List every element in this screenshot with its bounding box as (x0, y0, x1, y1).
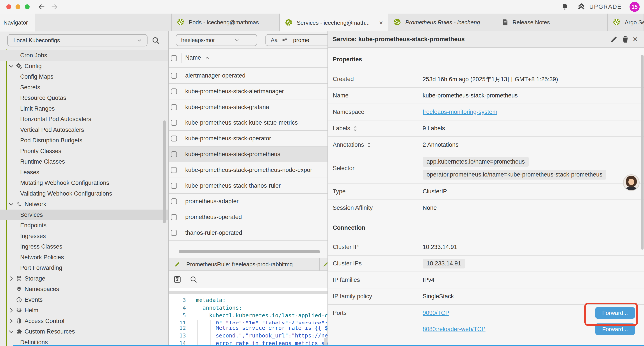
row-checkbox[interactable] (171, 120, 177, 126)
table-row[interactable]: kube-prometheus-stack-prometheus (169, 146, 328, 162)
sidebar-item-pod-disruption-budgets[interactable]: Pod Disruption Budgets (0, 135, 169, 146)
delete-button[interactable] (621, 34, 630, 44)
sidebar-item-vertical-pod-autoscalers[interactable]: Vertical Pod Autoscalers (0, 125, 169, 135)
sidebar-item-storage[interactable]: Storage (0, 273, 169, 284)
namespace-link[interactable]: freeleaps-monitoring-system (422, 109, 497, 115)
chevron-right-icon[interactable] (8, 318, 14, 324)
sidebar-scrollbar[interactable] (163, 120, 166, 223)
sidebar-item-endpoints[interactable]: Endpoints (0, 220, 169, 231)
row-checkbox[interactable] (171, 198, 177, 204)
upgrade-button[interactable]: UPGRADE (577, 2, 622, 11)
detail-label: Created (333, 76, 422, 82)
save-button[interactable] (173, 275, 182, 284)
match-case-toggle[interactable]: Aa (271, 37, 278, 43)
navigator-tab[interactable]: Navigator (0, 13, 35, 31)
sidebar-search-button[interactable] (151, 36, 160, 45)
detail-row-name: Namekube-prometheus-stack-prometheus (328, 88, 644, 104)
table-row[interactable]: prometheus-adapter (169, 194, 328, 209)
sidebar-item-network[interactable]: Network (0, 199, 169, 209)
row-checkbox[interactable] (171, 88, 177, 94)
namespace-dropdown[interactable]: freeleaps-monitoring-system (176, 34, 257, 46)
chevron-down-icon[interactable] (8, 201, 14, 207)
yaml-editor[interactable]: 3metadata:4annotations:5kubectl.kubernet… (169, 288, 328, 346)
table-row[interactable]: prometheus-operated (169, 209, 328, 225)
user-avatar[interactable] (623, 174, 640, 191)
sidebar-item-cron-jobs[interactable]: Cron Jobs (0, 50, 169, 61)
sidebar-item-port-forwarding[interactable]: Port Forwarding (0, 263, 169, 273)
sidebar-item-priority-classes[interactable]: Priority Classes (0, 146, 169, 156)
sidebar-item-validating-webhook-configurations[interactable]: Validating Webhook Configurations (0, 188, 169, 199)
close-tab-icon[interactable]: × (379, 19, 383, 26)
minimize-window-button[interactable] (16, 4, 20, 9)
notification-bell-icon[interactable] (561, 3, 569, 11)
table-row[interactable]: kube-prometheus-stack-prometheus-node-ex… (169, 162, 328, 178)
row-checkbox[interactable] (171, 183, 177, 189)
prometheusrule-tab[interactable]: PrometheusRule: freeleaps-prod-rabbitmq (169, 258, 320, 271)
tab-services[interactable]: Services - icecheng@math...× (280, 13, 388, 32)
port-link[interactable]: 9090/TCP (422, 310, 449, 317)
table-row[interactable]: kube-prometheus-stack-operator (169, 131, 328, 146)
editor-scrollbar[interactable] (324, 338, 327, 345)
back-button[interactable] (37, 2, 46, 11)
chevron-down-icon[interactable] (8, 63, 14, 69)
sidebar-item-ingresses[interactable]: Ingresses (0, 231, 169, 241)
detail-label-text: Session Affinity (333, 205, 373, 211)
sidebar-item-secrets[interactable]: Secrets (0, 82, 169, 93)
regex-toggle[interactable]: * (282, 36, 287, 44)
row-checkbox[interactable] (171, 214, 177, 220)
close-panel-button[interactable]: × (632, 34, 638, 44)
table-row[interactable]: thanos-ruler-operated (169, 225, 328, 241)
tab-release[interactable]: Release Notes (497, 13, 608, 31)
sidebar-item-events[interactable]: Events (0, 295, 169, 305)
row-checkbox[interactable] (171, 167, 177, 173)
table-row[interactable]: kube-prometheus-stack-grafana (169, 99, 328, 115)
sidebar-item-resource-quotas[interactable]: Resource Quotas (0, 93, 169, 103)
tab-argo[interactable]: Argo Se (608, 13, 644, 31)
sidebar-item-horizontal-pod-autoscalers[interactable]: Horizontal Pod Autoscalers (0, 114, 169, 124)
sidebar-item-config[interactable]: Config (0, 61, 169, 71)
detail-scrollbar[interactable] (641, 55, 644, 250)
chevron-down-icon[interactable] (8, 328, 14, 335)
row-checkbox[interactable] (171, 73, 177, 79)
table-row[interactable]: kube-prometheus-stack-kube-state-metrics (169, 115, 328, 131)
port-link[interactable]: 8080:reloader-web/TCP (422, 326, 486, 333)
detail-row-labels: Labels9 Labels (328, 120, 644, 137)
sidebar-item-config-maps[interactable]: Config Maps (0, 71, 169, 82)
select-all-checkbox[interactable] (171, 55, 177, 61)
sidebar-item-ingress-classes[interactable]: Ingress Classes (0, 241, 169, 252)
sidebar-item-namespaces[interactable]: Namespaces (0, 284, 169, 294)
kubeconfig-dropdown[interactable]: Local Kubeconfigs (7, 34, 148, 46)
sidebar-item-helm[interactable]: Helm (0, 305, 169, 316)
notification-badge[interactable]: 15 (630, 2, 640, 12)
sidebar-item-label: Namespaces (24, 286, 59, 293)
maximize-window-button[interactable] (25, 4, 30, 9)
table-row[interactable]: alertmanager-operated (169, 68, 328, 84)
editor-link[interactable]: https://net (295, 333, 328, 339)
editor-search-button[interactable] (190, 275, 198, 284)
search-input[interactable]: Aa * prome (266, 34, 328, 46)
row-checkbox[interactable] (171, 230, 177, 236)
close-window-button[interactable] (6, 4, 11, 9)
table-row[interactable]: kube-prometheus-stack-alertmanager (169, 84, 328, 99)
sidebar-item-custom-resources[interactable]: Custom Resources (0, 326, 169, 337)
sidebar-item-limit-ranges[interactable]: Limit Ranges (0, 103, 169, 114)
editor-tab-partial[interactable] (320, 258, 328, 271)
sidebar-item-network-policies[interactable]: Network Policies (0, 252, 169, 263)
chevron-right-icon[interactable] (8, 275, 14, 282)
sidebar-item-runtime-classes[interactable]: Runtime Classes (0, 156, 169, 167)
table-row[interactable]: kube-prometheus-stack-thanos-ruler (169, 178, 328, 194)
sidebar-item-leases[interactable]: Leases (0, 167, 169, 178)
forward-button[interactable] (50, 2, 59, 11)
tab-prometheus[interactable]: Prometheus Rules - icecheng... (388, 13, 497, 31)
tab-pods[interactable]: Pods - icecheng@mathmas... (171, 13, 280, 31)
horizontal-scrollbar[interactable] (179, 250, 320, 253)
sidebar-item-services[interactable]: Services (0, 210, 169, 220)
sidebar-item-mutating-webhook-configurations[interactable]: Mutating Webhook Configurations (0, 178, 169, 188)
sidebar-item-access-control[interactable]: Access Control (0, 316, 169, 326)
name-column-header[interactable]: Name (185, 54, 210, 61)
row-checkbox[interactable] (171, 104, 177, 110)
row-checkbox[interactable] (171, 136, 177, 141)
edit-button[interactable] (610, 34, 618, 44)
row-checkbox[interactable] (171, 151, 177, 157)
chevron-right-icon[interactable] (8, 307, 14, 314)
